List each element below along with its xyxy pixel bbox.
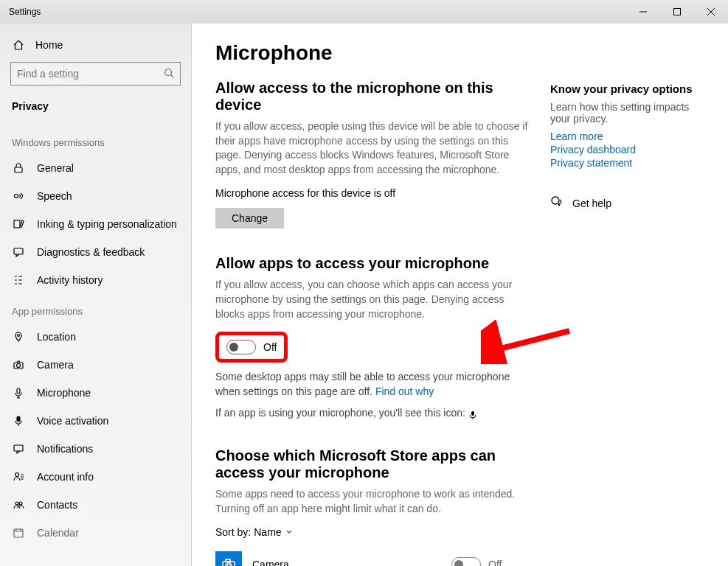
sidebar-item-label: Notifications [37, 443, 93, 455]
sidebar-section-app-permissions: App permissions [0, 294, 191, 323]
section-store-apps: Choose which Microsoft Store apps can ac… [215, 447, 533, 566]
camera-app-icon [215, 551, 242, 566]
help-icon [550, 195, 564, 211]
section-app-access: Allow apps to access your microphone If … [215, 255, 533, 421]
sidebar-item-location[interactable]: Location [0, 323, 191, 351]
sidebar-home[interactable]: Home [0, 31, 191, 59]
sidebar-item-voice-activation[interactable]: Voice activation [0, 407, 191, 435]
sidebar-item-label: Diagnostics & feedback [37, 246, 145, 258]
minimize-button[interactable] [626, 0, 660, 24]
aside-text: Learn how this setting impacts your priv… [550, 101, 704, 125]
titlebar: Settings [0, 0, 728, 24]
sidebar-item-label: Inking & typing personalization [37, 218, 177, 230]
aside-link-privacy-statement[interactable]: Privacy statement [550, 157, 704, 169]
location-icon [12, 330, 25, 343]
sidebar-section-windows-permissions: Windows permissions [0, 125, 191, 154]
svg-point-18 [19, 502, 22, 505]
get-help[interactable]: Get help [550, 195, 704, 211]
microphone-icon [12, 386, 25, 399]
maximize-button[interactable] [660, 0, 694, 24]
speech-icon [12, 189, 25, 203]
section-desc: Some apps need to access your microphone… [215, 487, 533, 516]
search-input[interactable] [17, 68, 164, 80]
app-access-toggle[interactable] [226, 340, 256, 354]
aside-panel: Know your privacy options Learn how this… [550, 80, 704, 566]
notifications-icon [12, 442, 25, 455]
svg-point-7 [15, 195, 18, 198]
svg-rect-14 [17, 416, 20, 422]
aside-link-privacy-dashboard[interactable]: Privacy dashboard [550, 144, 704, 156]
close-button[interactable] [694, 0, 728, 24]
main-content: Microphone Allow access to the microphon… [192, 24, 728, 566]
svg-rect-8 [14, 220, 20, 228]
app-row-camera: Camera Off [215, 547, 533, 566]
svg-rect-15 [14, 445, 23, 451]
sidebar-item-contacts[interactable]: Contacts [0, 491, 191, 519]
svg-point-27 [552, 197, 559, 204]
sidebar-item-microphone[interactable]: Microphone [0, 379, 191, 407]
sidebar-item-camera[interactable]: Camera [0, 351, 191, 379]
voice-activation-icon [12, 414, 25, 427]
microphone-indicator-icon [468, 409, 479, 419]
sidebar-item-general[interactable]: General [0, 154, 191, 182]
sidebar-item-label: Speech [37, 190, 72, 202]
device-access-status: Microphone access for this device is off [215, 187, 533, 199]
sidebar: Home Privacy Windows permissions General… [0, 24, 192, 566]
change-button[interactable]: Change [215, 208, 284, 228]
window-controls [626, 0, 728, 24]
section-desc: If you allow access, you can choose whic… [215, 278, 533, 321]
aside-title: Know your privacy options [550, 83, 704, 95]
activity-icon [12, 273, 25, 287]
app-toggle-camera[interactable] [451, 557, 481, 566]
svg-rect-9 [14, 248, 23, 254]
svg-rect-25 [226, 559, 230, 562]
contacts-icon [12, 498, 25, 511]
sidebar-item-inking[interactable]: Inking & typing personalization [0, 210, 191, 238]
app-name: Camera [252, 559, 441, 566]
chevron-down-icon [285, 526, 294, 538]
find-out-why-link[interactable]: Find out why [375, 385, 434, 397]
section-device-access: Allow access to the microphone on this d… [215, 80, 533, 228]
sidebar-item-activity-history[interactable]: Activity history [0, 266, 191, 294]
toggle-state: Off [263, 341, 277, 353]
sidebar-item-label: Camera [37, 359, 74, 371]
sort-dropdown[interactable]: Sort by: Name [215, 526, 533, 538]
sidebar-item-calendar[interactable]: Calendar [0, 519, 191, 547]
svg-point-12 [17, 364, 21, 368]
desktop-note: Some desktop apps may still be able to a… [215, 370, 533, 399]
help-label: Get help [572, 198, 611, 209]
feedback-icon [12, 245, 25, 259]
svg-point-10 [18, 335, 20, 337]
search-icon [164, 68, 174, 80]
svg-rect-19 [14, 529, 23, 537]
annotation-highlight: Off [215, 332, 288, 363]
sidebar-item-label: Microphone [37, 387, 91, 399]
home-icon [12, 38, 25, 52]
svg-point-4 [165, 69, 172, 75]
sidebar-item-diagnostics[interactable]: Diagnostics & feedback [0, 238, 191, 266]
breadcrumb: Privacy [0, 93, 191, 125]
sidebar-item-speech[interactable]: Speech [0, 182, 191, 210]
svg-point-28 [558, 204, 560, 206]
page-title: Microphone [215, 41, 704, 65]
inking-icon [12, 217, 25, 231]
svg-rect-21 [471, 411, 474, 416]
calendar-icon [12, 526, 25, 539]
sidebar-item-account-info[interactable]: Account info [0, 463, 191, 491]
search-box[interactable] [10, 62, 181, 85]
sidebar-item-label: Voice activation [37, 415, 108, 427]
camera-icon [12, 358, 25, 371]
home-label: Home [35, 39, 63, 51]
svg-point-16 [15, 473, 19, 477]
section-title: Allow access to the microphone on this d… [215, 80, 533, 113]
svg-rect-13 [17, 388, 20, 394]
account-icon [12, 470, 25, 483]
sidebar-item-label: General [37, 162, 74, 174]
sidebar-item-label: Activity history [37, 274, 103, 286]
section-desc: If you allow access, people using this d… [215, 119, 533, 177]
in-use-note: If an app is using your microphone, you'… [215, 406, 533, 421]
sidebar-item-label: Calendar [37, 527, 79, 539]
sidebar-item-notifications[interactable]: Notifications [0, 435, 191, 463]
svg-point-17 [15, 502, 18, 505]
aside-link-learn-more[interactable]: Learn more [550, 130, 704, 142]
